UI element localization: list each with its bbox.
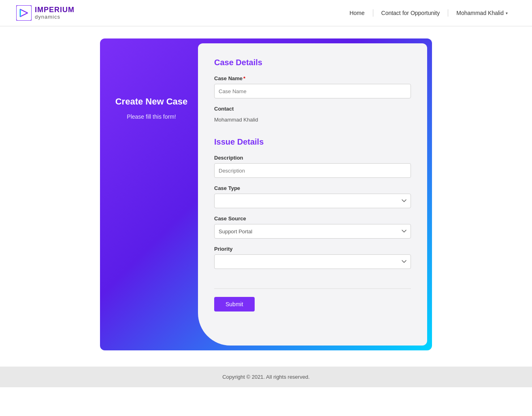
nav-user-menu[interactable]: Mohammad Khalid ▾ <box>448 10 516 16</box>
issue-details-title: Issue Details <box>214 137 411 147</box>
right-panel: Case Details Case Name* Contact Mohammad… <box>198 43 427 346</box>
case-name-input[interactable] <box>214 84 411 98</box>
case-details-title: Case Details <box>214 58 411 67</box>
logo-dynamics-text: dynamics <box>35 14 74 20</box>
footer-copyright: Copyright © 2021. All rights reserved. <box>222 374 310 380</box>
case-type-select[interactable]: Question Problem Feature Request <box>214 194 411 208</box>
submit-area: Submit <box>214 288 411 311</box>
case-type-label: Case Type <box>214 185 411 191</box>
card-container: Create New Case Please fill this form! C… <box>100 38 432 350</box>
case-name-label: Case Name* <box>214 75 411 81</box>
case-name-group: Case Name* <box>214 75 411 98</box>
description-label: Description <box>214 155 411 161</box>
header: IMPERIUM dynamics Home Contact for Oppor… <box>0 0 532 26</box>
logo-text: IMPERIUM dynamics <box>35 6 74 20</box>
contact-group: Contact Mohammad Khalid <box>214 106 411 124</box>
chevron-down-icon: ▾ <box>506 11 508 15</box>
contact-value: Mohammad Khalid <box>214 114 411 124</box>
main-content: Create New Case Please fill this form! C… <box>0 26 532 363</box>
case-source-label: Case Source <box>214 215 411 222</box>
description-group: Description <box>214 155 411 178</box>
case-source-select[interactable]: Support Portal Email Phone Web <box>214 224 411 239</box>
nav-contact-opportunity[interactable]: Contact for Opportunity <box>373 10 448 16</box>
priority-group: Priority Low Normal High <box>214 246 411 269</box>
svg-rect-0 <box>16 5 32 21</box>
submit-button[interactable]: Submit <box>214 297 255 311</box>
nav-user-name: Mohammad Khalid <box>456 10 504 16</box>
left-panel: Create New Case Please fill this form! <box>105 43 198 346</box>
case-type-group: Case Type Question Problem Feature Reque… <box>214 185 411 208</box>
left-panel-title: Create New Case <box>115 96 188 108</box>
footer: Copyright © 2021. All rights reserved. <box>0 367 532 387</box>
contact-label: Contact <box>214 106 411 112</box>
logo-area: IMPERIUM dynamics <box>16 5 74 21</box>
description-input[interactable] <box>214 163 411 178</box>
left-panel-subtitle: Please fill this form! <box>127 113 176 120</box>
logo-icon <box>16 5 32 21</box>
svg-marker-1 <box>20 9 28 17</box>
case-source-group: Case Source Support Portal Email Phone W… <box>214 215 411 239</box>
priority-label: Priority <box>214 246 411 252</box>
nav: Home Contact for Opportunity Mohammad Kh… <box>341 9 516 17</box>
nav-home[interactable]: Home <box>341 10 372 16</box>
logo-imperium-text: IMPERIUM <box>35 6 74 14</box>
priority-select[interactable]: Low Normal High <box>214 254 411 269</box>
